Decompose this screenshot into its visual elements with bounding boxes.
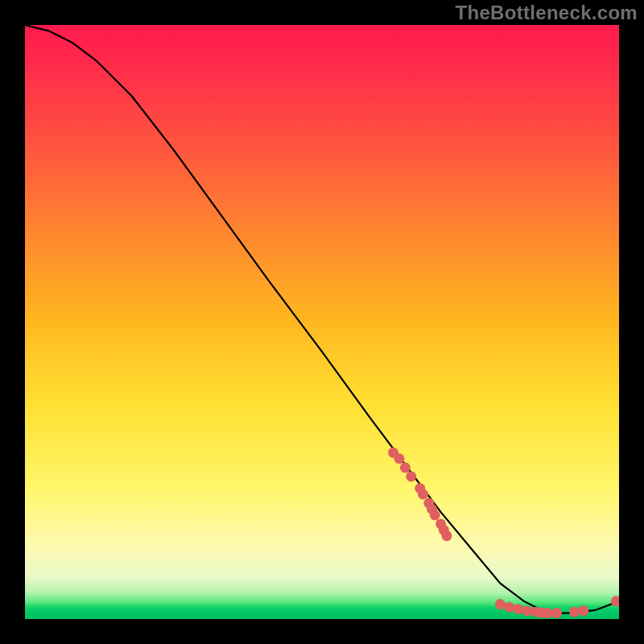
data-point (543, 608, 553, 618)
data-point (441, 530, 452, 541)
data-point (406, 471, 416, 481)
data-point (418, 489, 428, 500)
chart-frame: TheBottleneck.com (0, 0, 644, 644)
data-point (569, 607, 580, 617)
data-point (551, 608, 562, 618)
data-point (504, 602, 514, 613)
data-point (400, 462, 411, 473)
curve-layer (25, 25, 619, 619)
data-point (611, 596, 619, 606)
watermark-text: TheBottleneck.com (456, 2, 638, 24)
data-point (513, 604, 523, 614)
data-point (578, 605, 588, 616)
data-point (495, 599, 506, 609)
highlight-points (388, 448, 619, 618)
plot-area (25, 25, 619, 619)
data-point (430, 510, 440, 520)
data-point (394, 453, 404, 464)
bottleneck-curve (25, 25, 619, 613)
data-point (522, 605, 532, 616)
